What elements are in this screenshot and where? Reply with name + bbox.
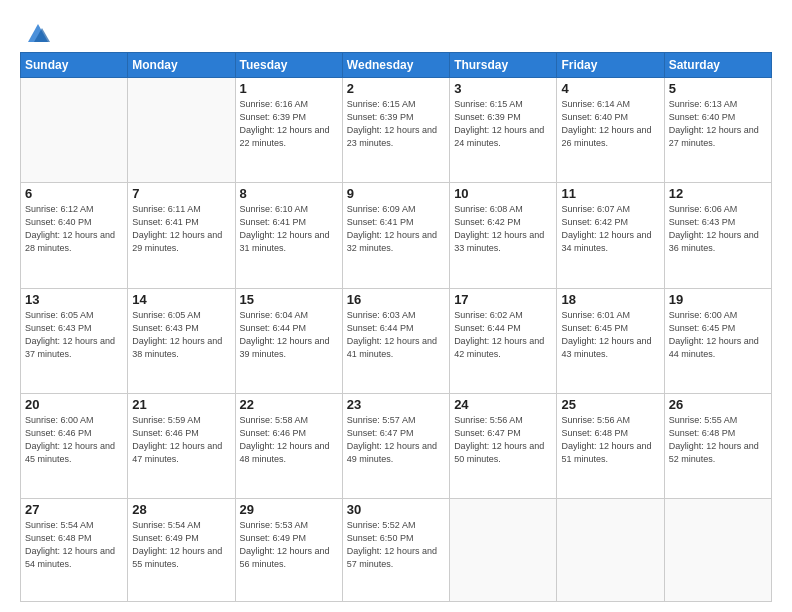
- day-cell: [450, 499, 557, 602]
- day-cell: 29Sunrise: 5:53 AM Sunset: 6:49 PM Dayli…: [235, 499, 342, 602]
- day-info: Sunrise: 6:12 AM Sunset: 6:40 PM Dayligh…: [25, 203, 123, 255]
- day-cell: 28Sunrise: 5:54 AM Sunset: 6:49 PM Dayli…: [128, 499, 235, 602]
- day-number: 22: [240, 397, 338, 412]
- day-number: 9: [347, 186, 445, 201]
- day-number: 27: [25, 502, 123, 517]
- day-cell: [128, 78, 235, 183]
- day-info: Sunrise: 6:08 AM Sunset: 6:42 PM Dayligh…: [454, 203, 552, 255]
- day-cell: 19Sunrise: 6:00 AM Sunset: 6:45 PM Dayli…: [664, 288, 771, 393]
- day-cell: 17Sunrise: 6:02 AM Sunset: 6:44 PM Dayli…: [450, 288, 557, 393]
- day-info: Sunrise: 5:54 AM Sunset: 6:48 PM Dayligh…: [25, 519, 123, 571]
- week-row-4: 20Sunrise: 6:00 AM Sunset: 6:46 PM Dayli…: [21, 393, 772, 498]
- day-cell: 16Sunrise: 6:03 AM Sunset: 6:44 PM Dayli…: [342, 288, 449, 393]
- day-info: Sunrise: 6:01 AM Sunset: 6:45 PM Dayligh…: [561, 309, 659, 361]
- day-info: Sunrise: 6:05 AM Sunset: 6:43 PM Dayligh…: [25, 309, 123, 361]
- day-cell: 22Sunrise: 5:58 AM Sunset: 6:46 PM Dayli…: [235, 393, 342, 498]
- day-number: 30: [347, 502, 445, 517]
- logo-icon: [24, 18, 52, 46]
- week-row-2: 6Sunrise: 6:12 AM Sunset: 6:40 PM Daylig…: [21, 183, 772, 288]
- weekday-friday: Friday: [557, 53, 664, 78]
- day-cell: [21, 78, 128, 183]
- day-number: 12: [669, 186, 767, 201]
- day-number: 26: [669, 397, 767, 412]
- day-info: Sunrise: 6:10 AM Sunset: 6:41 PM Dayligh…: [240, 203, 338, 255]
- day-number: 4: [561, 81, 659, 96]
- day-cell: [664, 499, 771, 602]
- day-number: 16: [347, 292, 445, 307]
- weekday-thursday: Thursday: [450, 53, 557, 78]
- day-cell: 13Sunrise: 6:05 AM Sunset: 6:43 PM Dayli…: [21, 288, 128, 393]
- weekday-header-row: SundayMondayTuesdayWednesdayThursdayFrid…: [21, 53, 772, 78]
- day-cell: 14Sunrise: 6:05 AM Sunset: 6:43 PM Dayli…: [128, 288, 235, 393]
- weekday-monday: Monday: [128, 53, 235, 78]
- day-info: Sunrise: 5:56 AM Sunset: 6:47 PM Dayligh…: [454, 414, 552, 466]
- day-cell: 1Sunrise: 6:16 AM Sunset: 6:39 PM Daylig…: [235, 78, 342, 183]
- day-info: Sunrise: 6:14 AM Sunset: 6:40 PM Dayligh…: [561, 98, 659, 150]
- day-number: 14: [132, 292, 230, 307]
- day-cell: 7Sunrise: 6:11 AM Sunset: 6:41 PM Daylig…: [128, 183, 235, 288]
- week-row-5: 27Sunrise: 5:54 AM Sunset: 6:48 PM Dayli…: [21, 499, 772, 602]
- day-number: 3: [454, 81, 552, 96]
- day-cell: 11Sunrise: 6:07 AM Sunset: 6:42 PM Dayli…: [557, 183, 664, 288]
- day-number: 1: [240, 81, 338, 96]
- day-number: 19: [669, 292, 767, 307]
- day-number: 15: [240, 292, 338, 307]
- day-info: Sunrise: 6:13 AM Sunset: 6:40 PM Dayligh…: [669, 98, 767, 150]
- day-info: Sunrise: 6:05 AM Sunset: 6:43 PM Dayligh…: [132, 309, 230, 361]
- day-cell: 6Sunrise: 6:12 AM Sunset: 6:40 PM Daylig…: [21, 183, 128, 288]
- calendar-table: SundayMondayTuesdayWednesdayThursdayFrid…: [20, 52, 772, 602]
- day-info: Sunrise: 6:02 AM Sunset: 6:44 PM Dayligh…: [454, 309, 552, 361]
- day-info: Sunrise: 5:54 AM Sunset: 6:49 PM Dayligh…: [132, 519, 230, 571]
- day-cell: 26Sunrise: 5:55 AM Sunset: 6:48 PM Dayli…: [664, 393, 771, 498]
- day-cell: [557, 499, 664, 602]
- day-number: 2: [347, 81, 445, 96]
- day-number: 10: [454, 186, 552, 201]
- day-info: Sunrise: 5:53 AM Sunset: 6:49 PM Dayligh…: [240, 519, 338, 571]
- day-cell: 4Sunrise: 6:14 AM Sunset: 6:40 PM Daylig…: [557, 78, 664, 183]
- weekday-wednesday: Wednesday: [342, 53, 449, 78]
- day-number: 21: [132, 397, 230, 412]
- day-info: Sunrise: 6:04 AM Sunset: 6:44 PM Dayligh…: [240, 309, 338, 361]
- day-info: Sunrise: 5:57 AM Sunset: 6:47 PM Dayligh…: [347, 414, 445, 466]
- day-info: Sunrise: 5:58 AM Sunset: 6:46 PM Dayligh…: [240, 414, 338, 466]
- day-number: 23: [347, 397, 445, 412]
- day-info: Sunrise: 5:59 AM Sunset: 6:46 PM Dayligh…: [132, 414, 230, 466]
- day-cell: 9Sunrise: 6:09 AM Sunset: 6:41 PM Daylig…: [342, 183, 449, 288]
- day-cell: 18Sunrise: 6:01 AM Sunset: 6:45 PM Dayli…: [557, 288, 664, 393]
- day-cell: 12Sunrise: 6:06 AM Sunset: 6:43 PM Dayli…: [664, 183, 771, 288]
- day-number: 20: [25, 397, 123, 412]
- day-info: Sunrise: 5:55 AM Sunset: 6:48 PM Dayligh…: [669, 414, 767, 466]
- day-cell: 8Sunrise: 6:10 AM Sunset: 6:41 PM Daylig…: [235, 183, 342, 288]
- day-info: Sunrise: 5:52 AM Sunset: 6:50 PM Dayligh…: [347, 519, 445, 571]
- day-info: Sunrise: 6:09 AM Sunset: 6:41 PM Dayligh…: [347, 203, 445, 255]
- weekday-saturday: Saturday: [664, 53, 771, 78]
- day-info: Sunrise: 6:06 AM Sunset: 6:43 PM Dayligh…: [669, 203, 767, 255]
- day-cell: 10Sunrise: 6:08 AM Sunset: 6:42 PM Dayli…: [450, 183, 557, 288]
- week-row-3: 13Sunrise: 6:05 AM Sunset: 6:43 PM Dayli…: [21, 288, 772, 393]
- day-cell: 3Sunrise: 6:15 AM Sunset: 6:39 PM Daylig…: [450, 78, 557, 183]
- day-number: 6: [25, 186, 123, 201]
- logo: [20, 18, 52, 42]
- day-cell: 25Sunrise: 5:56 AM Sunset: 6:48 PM Dayli…: [557, 393, 664, 498]
- day-cell: 2Sunrise: 6:15 AM Sunset: 6:39 PM Daylig…: [342, 78, 449, 183]
- weekday-sunday: Sunday: [21, 53, 128, 78]
- day-cell: 27Sunrise: 5:54 AM Sunset: 6:48 PM Dayli…: [21, 499, 128, 602]
- weekday-tuesday: Tuesday: [235, 53, 342, 78]
- day-number: 5: [669, 81, 767, 96]
- day-info: Sunrise: 6:11 AM Sunset: 6:41 PM Dayligh…: [132, 203, 230, 255]
- day-number: 11: [561, 186, 659, 201]
- day-info: Sunrise: 6:00 AM Sunset: 6:45 PM Dayligh…: [669, 309, 767, 361]
- day-info: Sunrise: 5:56 AM Sunset: 6:48 PM Dayligh…: [561, 414, 659, 466]
- day-number: 13: [25, 292, 123, 307]
- page: SundayMondayTuesdayWednesdayThursdayFrid…: [0, 0, 792, 612]
- day-cell: 23Sunrise: 5:57 AM Sunset: 6:47 PM Dayli…: [342, 393, 449, 498]
- week-row-1: 1Sunrise: 6:16 AM Sunset: 6:39 PM Daylig…: [21, 78, 772, 183]
- day-number: 25: [561, 397, 659, 412]
- day-number: 7: [132, 186, 230, 201]
- day-cell: 30Sunrise: 5:52 AM Sunset: 6:50 PM Dayli…: [342, 499, 449, 602]
- day-cell: 21Sunrise: 5:59 AM Sunset: 6:46 PM Dayli…: [128, 393, 235, 498]
- day-cell: 15Sunrise: 6:04 AM Sunset: 6:44 PM Dayli…: [235, 288, 342, 393]
- day-info: Sunrise: 6:00 AM Sunset: 6:46 PM Dayligh…: [25, 414, 123, 466]
- day-cell: 20Sunrise: 6:00 AM Sunset: 6:46 PM Dayli…: [21, 393, 128, 498]
- day-info: Sunrise: 6:16 AM Sunset: 6:39 PM Dayligh…: [240, 98, 338, 150]
